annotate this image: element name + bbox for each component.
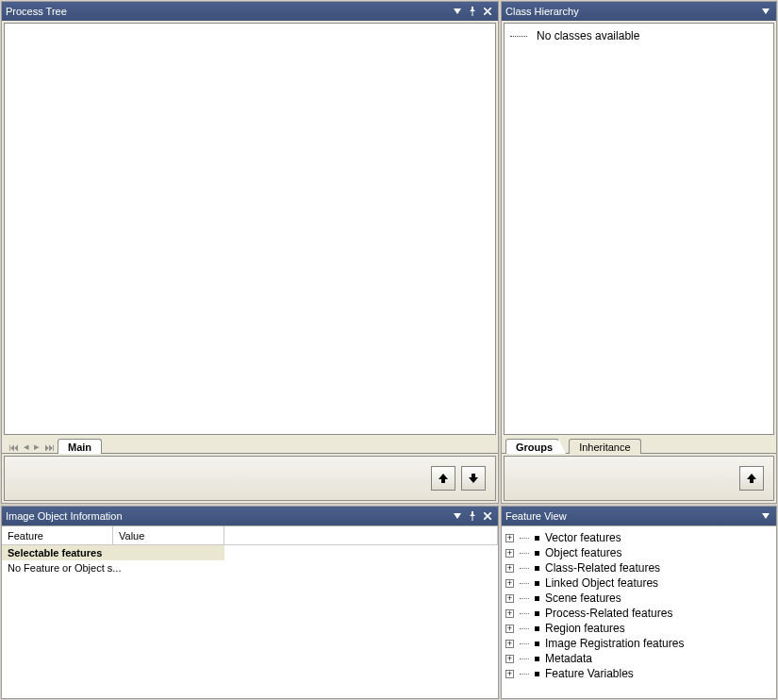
svg-marker-1 — [762, 8, 770, 14]
class-button-row — [504, 456, 774, 501]
bullet-icon — [535, 581, 539, 586]
expander-icon[interactable]: + — [505, 609, 514, 618]
tab-nav-first-icon[interactable]: ⏮ — [8, 442, 19, 453]
feature-row[interactable]: + Process-Related features — [504, 606, 774, 621]
feature-label: Feature Variables — [545, 667, 634, 680]
tree-connector — [520, 538, 529, 539]
class-hierarchy-titlebar[interactable]: Class Hierarchy — [502, 2, 776, 21]
expander-icon[interactable]: + — [505, 594, 514, 603]
column-value[interactable]: Value — [113, 526, 224, 544]
tree-connector — [520, 553, 529, 554]
tree-connector — [520, 613, 529, 614]
dropdown-icon[interactable] — [451, 509, 464, 523]
feature-row[interactable]: + Scene features — [504, 591, 774, 606]
info-empty-msg: No Feature or Object s... — [2, 560, 498, 575]
feature-row[interactable]: + Image Registration features — [504, 636, 774, 651]
feature-view-title: Feature View — [505, 510, 757, 522]
class-tree[interactable]: No classes available — [504, 23, 774, 435]
class-move-up-button[interactable] — [739, 466, 764, 491]
feature-label: Class-Related features — [545, 561, 660, 575]
tab-nav-last-icon[interactable]: ⏭ — [44, 442, 55, 453]
tree-connector — [520, 643, 529, 644]
feature-label: Image Registration features — [545, 637, 684, 650]
process-tree-tabstrip: ⏮ ◂ ▸ ⏭ Main — [2, 437, 498, 454]
tree-connector — [520, 568, 529, 569]
expander-icon[interactable]: + — [505, 534, 514, 542]
tree-connector — [510, 36, 527, 37]
feature-view-titlebar[interactable]: Feature View — [502, 507, 776, 525]
column-spacer — [224, 526, 498, 544]
process-tree-button-row — [4, 456, 496, 501]
bullet-icon — [535, 566, 539, 571]
class-hierarchy-panel: Class Hierarchy No classes available Gro… — [501, 1, 777, 504]
bullet-icon — [535, 626, 539, 631]
pin-icon[interactable] — [466, 5, 479, 18]
column-feature[interactable]: Feature — [2, 526, 113, 544]
process-tree-title: Process Tree — [6, 6, 449, 17]
tab-main[interactable]: Main — [58, 439, 102, 454]
tab-groups[interactable]: Groups — [505, 439, 559, 454]
process-tree-titlebar[interactable]: Process Tree — [2, 2, 498, 21]
dropdown-icon[interactable] — [759, 509, 772, 523]
class-hierarchy-body: No classes available Groups Inheritance — [502, 21, 776, 503]
expander-icon[interactable]: + — [505, 625, 514, 633]
feature-row[interactable]: + Class-Related features — [504, 560, 774, 575]
feature-row[interactable]: + Feature Variables — [504, 666, 774, 681]
feature-row[interactable]: + Region features — [504, 621, 774, 636]
info-table-header: Feature Value — [2, 526, 498, 545]
dropdown-icon[interactable] — [451, 5, 464, 18]
feature-row[interactable]: + Object features — [504, 545, 774, 560]
class-hierarchy-title: Class Hierarchy — [505, 6, 757, 17]
process-tree-panel: Process Tree ⏮ ◂ ▸ ⏭ Main — [1, 1, 499, 504]
image-object-info-body: Feature Value Selectable features No Fea… — [2, 525, 498, 698]
tree-connector — [520, 598, 529, 599]
info-section-header[interactable]: Selectable features — [2, 545, 224, 560]
tab-nav-prev-icon[interactable]: ◂ — [24, 441, 29, 453]
feature-row[interactable]: + Linked Object features — [504, 575, 774, 591]
expander-icon[interactable]: + — [505, 564, 514, 573]
bullet-icon — [535, 596, 539, 601]
move-up-button[interactable] — [431, 466, 455, 491]
move-down-button[interactable] — [461, 466, 486, 491]
process-tree-content[interactable] — [4, 23, 496, 435]
expander-icon[interactable]: + — [505, 670, 514, 678]
close-icon[interactable] — [481, 5, 494, 18]
bullet-icon — [535, 536, 539, 541]
image-object-info-title: Image Object Information — [6, 510, 449, 522]
feature-label: Vector features — [545, 531, 621, 544]
class-tree-empty-row: No classes available — [510, 29, 768, 42]
tab-inheritance[interactable]: Inheritance — [569, 439, 640, 454]
tree-connector — [520, 674, 529, 675]
bullet-icon — [535, 642, 539, 646]
feature-view-panel: Feature View + Vector features + Object … — [501, 506, 777, 699]
feature-label: Region features — [545, 622, 625, 635]
feature-label: Object features — [545, 546, 621, 559]
tab-nav-next-icon[interactable]: ▸ — [34, 441, 40, 453]
feature-label: Linked Object features — [545, 576, 658, 590]
expander-icon[interactable]: + — [505, 579, 514, 588]
info-rows: Selectable features No Feature or Object… — [2, 545, 498, 575]
pin-icon[interactable] — [466, 509, 479, 523]
feature-label: Scene features — [545, 592, 621, 605]
svg-marker-0 — [454, 8, 461, 14]
dropdown-icon[interactable] — [759, 5, 772, 18]
expander-icon[interactable]: + — [505, 640, 514, 648]
feature-view-body: + Vector features + Object features + Cl… — [502, 525, 776, 698]
feature-row[interactable]: + Metadata — [504, 651, 774, 666]
process-tree-body: ⏮ ◂ ▸ ⏭ Main — [2, 21, 498, 503]
expander-icon[interactable]: + — [505, 549, 514, 558]
feature-label: Process-Related features — [545, 607, 672, 620]
feature-row[interactable]: + Vector features — [504, 530, 774, 545]
class-tree-empty-text: No classes available — [537, 29, 639, 42]
image-object-info-panel: Image Object Information Feature Value S… — [1, 506, 499, 699]
tree-connector — [520, 628, 529, 629]
expander-icon[interactable]: + — [505, 655, 514, 663]
tab-nav-arrows: ⏮ ◂ ▸ ⏭ — [6, 441, 58, 453]
bullet-icon — [535, 611, 539, 616]
svg-marker-3 — [762, 513, 770, 519]
close-icon[interactable] — [481, 509, 494, 523]
bullet-icon — [535, 551, 539, 556]
image-object-info-titlebar[interactable]: Image Object Information — [2, 507, 498, 525]
feature-label: Metadata — [545, 652, 592, 665]
tree-connector — [520, 583, 529, 584]
